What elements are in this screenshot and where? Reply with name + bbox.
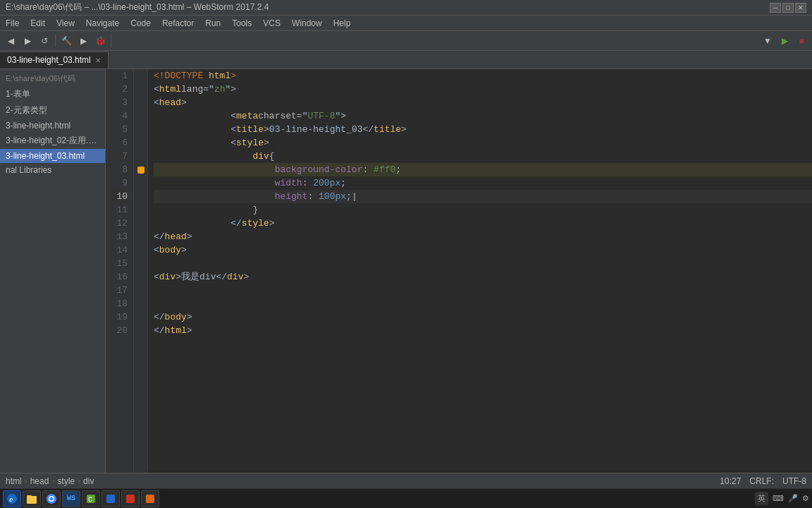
code-line-5: <title>03-line-height_03</title> <box>154 123 812 136</box>
sidebar-item-element-types[interactable]: 2-元素类型 <box>0 102 105 119</box>
status-encoding: UTF-8 <box>782 476 806 486</box>
gutter-13 <box>134 230 147 243</box>
menu-edit[interactable]: Edit <box>25 16 51 30</box>
code-line-1: <!DOCTYPE html> <box>154 69 812 83</box>
line-num-18: 18 <box>111 297 128 310</box>
menu-refactor[interactable]: Refactor <box>156 16 199 30</box>
toolbar-forward-button[interactable]: ▶ <box>20 33 35 49</box>
taskbar-mic-icon[interactable]: 🎤 <box>788 494 798 503</box>
tab-bar: 03-line-height_03.html ✕ <box>0 51 812 69</box>
status-line-ending: CRLF: <box>749 476 774 486</box>
editor-area[interactable]: 1 2 3 4 5 6 7 8 9 10 11 12 13 14 15 16 1… <box>106 69 812 473</box>
line-num-2: 2 <box>111 83 128 96</box>
gutter-10 <box>134 190 147 203</box>
taskbar-settings-icon[interactable]: ⚙ <box>802 494 809 503</box>
gutter-15 <box>134 257 147 270</box>
code-line-16: <div>我是div</div> <box>154 270 812 284</box>
gutter-2 <box>134 83 147 96</box>
code-line-15 <box>154 257 812 270</box>
gutter-16 <box>134 270 147 284</box>
breadcrumb-sep3: › <box>78 476 80 486</box>
breadcrumb-head[interactable]: head <box>30 476 49 486</box>
svg-text:e: e <box>9 497 13 504</box>
close-button[interactable]: ✕ <box>795 3 806 13</box>
breadcrumb-html[interactable]: html <box>6 476 22 486</box>
tab-file[interactable]: 03-line-height_03.html ✕ <box>0 52 109 68</box>
code-line-12: </style> <box>154 217 812 230</box>
toolbar-run-button[interactable]: ▶ <box>75 33 91 49</box>
breadcrumb-div[interactable]: div <box>83 476 94 486</box>
line-num-10: 10 <box>111 190 128 203</box>
line-num-1: 1 <box>111 69 128 83</box>
menu-help[interactable]: Help <box>328 16 357 30</box>
line-num-19: 19 <box>111 310 128 324</box>
code-lines[interactable]: <!DOCTYPE html> <html lang="zh"> <head> … <box>148 69 812 473</box>
taskbar-app-ie[interactable]: e <box>3 490 21 507</box>
sidebar-item-line-height-02[interactable]: 3-line-height_02-应用.html <box>0 133 105 149</box>
minimize-button[interactable]: ─ <box>770 3 781 13</box>
gutter-7 <box>134 150 147 163</box>
taskbar-app-webstorm[interactable]: WS <box>62 490 80 507</box>
menu-vcs[interactable]: VCS <box>257 16 286 30</box>
menu-view[interactable]: View <box>51 16 80 30</box>
gutter-5 <box>134 123 147 136</box>
taskbar-ime[interactable]: 英 <box>755 492 768 505</box>
toolbar-refresh-button[interactable]: ↺ <box>37 33 52 49</box>
taskbar-app-green[interactable]: C <box>82 490 100 507</box>
breadcrumb-sep2: › <box>51 476 54 486</box>
sidebar-item-forms[interactable]: 1-表单 <box>0 86 105 102</box>
toolbar-dropdown-button[interactable]: ▼ <box>760 33 775 49</box>
line-num-12: 12 <box>111 217 128 230</box>
code-line-20: </html> <box>154 324 812 337</box>
title-text: E:\share\day06\代码 – ...\03-line-height_0… <box>6 1 269 13</box>
tab-close-icon[interactable]: ✕ <box>95 56 101 64</box>
taskbar-app-red[interactable] <box>121 490 140 507</box>
code-line-13: </head> <box>154 230 812 243</box>
menu-file[interactable]: File <box>0 16 25 30</box>
gutter-20 <box>134 324 147 337</box>
line-numbers: 1 2 3 4 5 6 7 8 9 10 11 12 13 14 15 16 1… <box>106 69 134 473</box>
editor-content: 1 2 3 4 5 6 7 8 9 10 11 12 13 14 15 16 1… <box>106 69 812 473</box>
taskbar-app-orange[interactable] <box>141 490 159 507</box>
sidebar-root: E:\share\day06\代码 <box>0 69 105 86</box>
menu-navigate[interactable]: Navigate <box>80 16 125 30</box>
gutter-1 <box>134 69 147 83</box>
line-num-16: 16 <box>111 270 128 284</box>
gutter-3 <box>134 96 147 109</box>
code-line-4: <meta charset="UTF-8"> <box>154 109 812 123</box>
status-right: 10:27 CRLF: UTF-8 <box>720 476 806 486</box>
code-line-2: <html lang="zh"> <box>154 83 812 96</box>
svg-point-6 <box>50 497 54 500</box>
taskbar: e WS C 英 ⌨ 🎤 ⚙ <box>0 488 812 508</box>
taskbar-keyboard-icon[interactable]: ⌨ <box>773 494 784 503</box>
menu-run[interactable]: Run <box>199 16 226 30</box>
taskbar-app-blue2[interactable] <box>102 490 120 507</box>
menu-code[interactable]: Code <box>125 16 156 30</box>
breadcrumb-style[interactable]: style <box>57 476 75 486</box>
toolbar-debug-button[interactable]: 🐞 <box>92 33 108 49</box>
tab-label: 03-line-height_03.html <box>7 55 91 65</box>
maximize-button[interactable]: □ <box>782 3 794 13</box>
menu-tools[interactable]: Tools <box>226 16 257 30</box>
svg-rect-11 <box>146 495 154 503</box>
toolbar-build-button[interactable]: 🔨 <box>59 33 74 49</box>
gutter-14 <box>134 243 147 257</box>
svg-rect-9 <box>106 495 115 503</box>
svg-text:C: C <box>88 496 92 504</box>
line-num-17: 17 <box>111 284 128 297</box>
line-num-11: 11 <box>111 203 128 217</box>
status-time: 10:27 <box>720 476 741 486</box>
toolbar-run2-button[interactable]: ▶ <box>777 33 792 49</box>
gutter-8 <box>134 163 147 176</box>
taskbar-app-chrome[interactable] <box>42 490 61 507</box>
menu-window[interactable]: Window <box>286 16 328 30</box>
toolbar-stop-button[interactable]: ■ <box>794 33 809 49</box>
taskbar-app-explorer[interactable] <box>23 490 41 507</box>
toolbar-back-button[interactable]: ◀ <box>3 33 18 49</box>
sidebar-item-line-height[interactable]: 3-line-height.html <box>0 119 105 133</box>
sidebar-item-libraries[interactable]: nal Libraries <box>0 163 105 177</box>
code-line-17 <box>154 284 812 297</box>
sidebar-item-line-height-03[interactable]: 3-line-height_03.html <box>0 149 105 163</box>
gutter-17 <box>134 284 147 297</box>
gutter-12 <box>134 217 147 230</box>
